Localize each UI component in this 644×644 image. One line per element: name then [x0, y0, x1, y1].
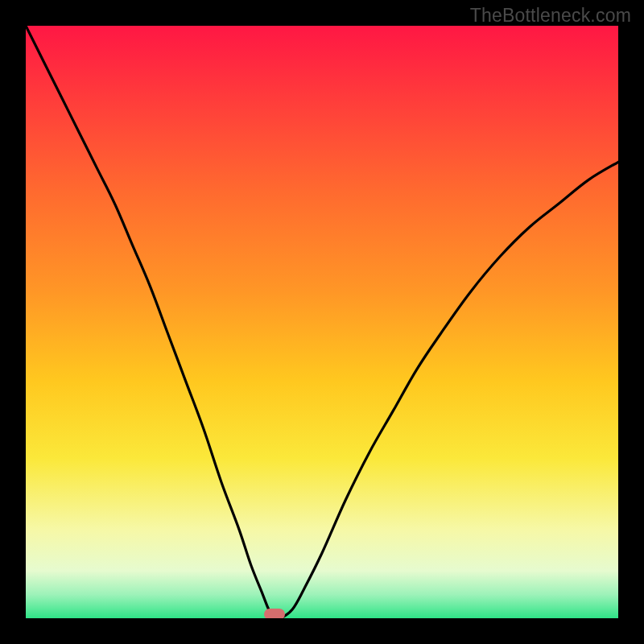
bottleneck-curve — [26, 26, 618, 618]
chart-frame: TheBottleneck.com — [0, 0, 644, 644]
bottleneck-marker — [264, 609, 285, 618]
watermark-text: TheBottleneck.com — [470, 5, 631, 27]
curve-layer — [26, 26, 618, 618]
plot-area — [26, 26, 618, 618]
